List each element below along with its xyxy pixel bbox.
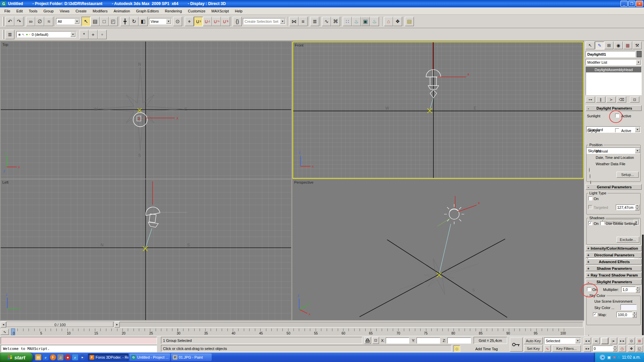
select-and-move-button[interactable]: ╋ xyxy=(120,17,129,26)
map-amount-spinner[interactable]: 100,0 ▼▼ xyxy=(616,312,637,317)
dropdown-arrow-icon[interactable]: ▼ xyxy=(635,127,640,132)
go-to-start-button[interactable]: ◄◄ xyxy=(584,338,591,344)
viewport-front[interactable]: Front W E x z x xyxy=(292,42,584,179)
play-button[interactable] xyxy=(601,338,608,344)
key-mode-toggle[interactable]: ◄► xyxy=(584,345,591,352)
spinner-snap-button[interactable]: ∪⇅ xyxy=(221,17,230,26)
toolbar-grip[interactable] xyxy=(3,30,4,39)
remove-modifier-button[interactable]: ⌫ xyxy=(617,97,626,103)
asset-tracking-button[interactable]: ❖ xyxy=(393,17,402,26)
undo-button[interactable]: ↶ xyxy=(5,17,14,26)
mirror-button[interactable]: ⋈ xyxy=(289,17,299,26)
next-frame-button[interactable]: |► xyxy=(610,338,617,344)
select-objects-in-layer-button[interactable]: ▫ xyxy=(98,30,107,39)
selection-filter-dropdown[interactable]: All ▼ xyxy=(56,18,80,24)
maxscript-listener-pane[interactable]: Welcome to MAXScript. xyxy=(1,345,157,352)
snaps-toggle-button[interactable]: ∪3 xyxy=(194,17,203,26)
measure-distance-button[interactable]: ▤ xyxy=(405,17,414,26)
modifier-list-dropdown[interactable]: Modifier List ▼ xyxy=(586,59,642,65)
render-setup-button[interactable]: ♨ xyxy=(352,17,361,26)
sky-color-swatch[interactable] xyxy=(621,304,637,310)
panel-scrollbar[interactable] xyxy=(642,235,644,335)
rollout-general-parameters[interactable]: - General Parameters xyxy=(586,184,642,190)
mini-curve-editor-button[interactable]: ∿ xyxy=(1,329,9,335)
angle-snap-button[interactable]: ∪∠ xyxy=(203,17,212,26)
time-slider-next-button[interactable]: ► xyxy=(114,322,120,327)
spinner-up-icon[interactable]: ▼ xyxy=(635,204,639,207)
add-selection-to-layer-button[interactable]: + xyxy=(89,30,98,39)
tray-network-icon[interactable]: ▣ xyxy=(607,355,610,360)
set-key-button[interactable]: Set Key xyxy=(524,345,543,352)
maximize-button[interactable]: ❐ xyxy=(628,1,635,7)
select-and-rotate-button[interactable]: ↻ xyxy=(129,17,139,26)
add-time-tag[interactable]: Add Time Tag xyxy=(474,345,507,352)
layer-manager-button[interactable]: ≣ xyxy=(310,17,319,26)
map-checkbox[interactable]: ✓ xyxy=(593,312,597,316)
pin-stack-button[interactable]: ⊶ xyxy=(586,97,595,103)
set-keys-button[interactable] xyxy=(510,338,523,352)
menu-item[interactable]: Animation xyxy=(111,8,133,14)
select-object-button[interactable]: ↖ xyxy=(82,17,91,26)
maximize-viewport-toggle[interactable]: ◱ xyxy=(636,345,643,352)
skylight-active-checkbox[interactable] xyxy=(615,128,619,132)
schematic-view-button[interactable]: ⌘ xyxy=(331,17,340,26)
position-date-time-radio[interactable] xyxy=(590,174,590,179)
quicklaunch-ie-icon[interactable]: e xyxy=(43,354,49,360)
exclude-button[interactable]: Exclude... xyxy=(616,237,639,243)
make-unique-button[interactable]: ≻ xyxy=(606,97,616,103)
light-on-checkbox[interactable] xyxy=(588,196,592,200)
quicklaunch-firefox-icon[interactable]: F xyxy=(50,354,56,360)
menu-item[interactable]: Graph Editors xyxy=(133,8,162,14)
modifier-stack-item[interactable]: DaylightAssemblyHead xyxy=(586,67,641,72)
rendered-frame-window-button[interactable]: ▣ xyxy=(361,17,370,26)
select-by-name-button[interactable]: ▤ xyxy=(91,17,100,26)
macro-recorder-pane[interactable] xyxy=(1,337,157,344)
layer-manager-toggle-button[interactable]: ≣ xyxy=(5,30,14,39)
x-coordinate-field[interactable] xyxy=(386,338,409,344)
rollout-daylight-parameters[interactable]: - Daylight Parameters xyxy=(586,105,642,111)
minimize-button[interactable]: _ xyxy=(621,1,628,7)
z-coordinate-field[interactable] xyxy=(447,338,471,344)
current-frame-field[interactable]: 0 ▼▼ xyxy=(592,346,617,351)
key-scope-dropdown[interactable]: Selected ▼ xyxy=(544,338,581,344)
taskbar-task-firefox[interactable]: F Foros 3DPoder. - Res... xyxy=(88,354,128,361)
quicklaunch-wmp-icon[interactable]: ► xyxy=(79,354,86,360)
dropdown-arrow-icon[interactable]: ▼ xyxy=(575,338,580,343)
modifier-stack[interactable]: DaylightAssemblyHead xyxy=(586,67,642,95)
curve-editor-button[interactable]: ∿ xyxy=(322,17,331,26)
tray-agent-icon[interactable]: ∴ xyxy=(618,355,620,360)
configure-modifier-sets-button[interactable]: ⊡ xyxy=(630,97,639,103)
create-new-layer-button[interactable]: * xyxy=(79,30,89,39)
taskbar-task-paint[interactable]: P 01.JPG - Paint xyxy=(171,354,212,361)
menu-item[interactable]: Tools xyxy=(26,8,41,14)
dropdown-arrow-icon[interactable]: ▼ xyxy=(74,19,79,24)
bind-to-spacewarp-button[interactable]: ≈ xyxy=(44,17,53,26)
viewport-label[interactable]: Perspective xyxy=(294,180,313,184)
close-button[interactable]: × xyxy=(636,1,643,7)
spinner-down-icon[interactable]: ▼ xyxy=(632,315,637,318)
viewport-label[interactable]: Left xyxy=(2,180,8,184)
menu-item[interactable]: Create xyxy=(72,8,90,14)
tray-chevron-icon[interactable]: ◄ xyxy=(600,355,605,360)
object-name-field[interactable]: Daylight01 xyxy=(586,51,635,57)
dropdown-arrow-icon[interactable]: ▼ xyxy=(280,19,285,24)
time-configuration-button[interactable]: ◷ xyxy=(619,345,626,352)
rollout-header-collapsed[interactable]: + Intensity/Color/Attenuation xyxy=(586,245,642,251)
menu-item[interactable]: Modifiers xyxy=(90,8,111,14)
active-layer-dropdown[interactable]: ◉ ↖ ● ▪ 0 (default) ▼ xyxy=(16,31,76,38)
align-button[interactable]: ≡ xyxy=(299,17,308,26)
default-in-out-tangents-button[interactable]: ∿ xyxy=(544,345,551,352)
setup-button[interactable]: Setup... xyxy=(616,172,639,178)
tab-hierarchy[interactable]: ⊞ xyxy=(604,42,613,49)
menu-item[interactable]: Customize xyxy=(185,8,208,14)
tab-utilities[interactable]: ⚒ xyxy=(633,42,642,49)
track-bar[interactable]: ∿ 05101520253035404550556065707580859095… xyxy=(0,328,584,336)
tray-network-disconnected-icon[interactable]: ✖ xyxy=(613,356,615,359)
previous-frame-button[interactable]: ◄| xyxy=(592,338,600,344)
spinner-down-icon[interactable]: ▼ xyxy=(613,349,617,352)
pan-view-button[interactable]: ❖ xyxy=(628,345,635,352)
go-to-end-button[interactable]: ►► xyxy=(619,338,626,344)
selection-lock-toggle[interactable] xyxy=(364,337,371,344)
material-editor-button[interactable]: ∷ xyxy=(343,17,352,26)
use-pivot-point-center-button[interactable]: ⊙ xyxy=(173,17,182,26)
